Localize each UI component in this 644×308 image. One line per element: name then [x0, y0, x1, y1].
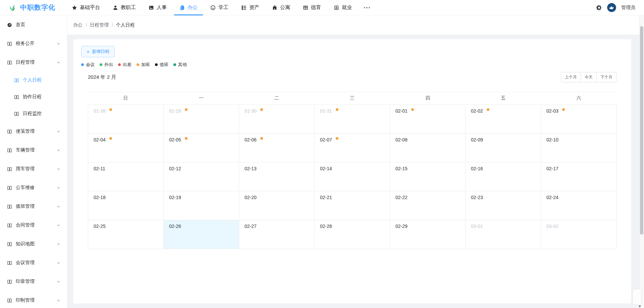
calendar-cell-02-17[interactable]: 02-17	[541, 163, 616, 191]
calendar-cell-02-05[interactable]: 02-05	[164, 134, 239, 163]
username[interactable]: 管理员	[621, 5, 635, 11]
book-icon	[14, 111, 19, 116]
app-root: 中职数字化 基础平台教职工人事办公学工资产公寓德育就业 管理员 首页校务公开日程…	[0, 0, 644, 308]
copy-icon	[179, 5, 185, 10]
breadcrumb-item-个人日程: 个人日程	[116, 22, 135, 28]
more-icon[interactable]	[358, 7, 376, 9]
topnav-item-公寓[interactable]: 公寓	[266, 0, 297, 15]
user-avatar[interactable]	[607, 3, 616, 12]
app-logo[interactable]: 中职数字化	[8, 3, 55, 12]
sidebar-item-会议管理[interactable]: 会议管理	[0, 253, 67, 272]
sidebar-subitem-label: 协作日程	[23, 94, 42, 100]
calendar-cell-02-21[interactable]: 02-21	[315, 191, 390, 220]
calendar-cell-02-25[interactable]: 02-25	[88, 220, 164, 249]
vertical-scrollbar-thumb[interactable]	[640, 26, 643, 235]
calendar-cell-02-11[interactable]: 02-11	[88, 163, 164, 191]
calendar-cell-02-02[interactable]: 02-02	[466, 105, 541, 134]
sidebar-item-便笺管理[interactable]: 便笺管理	[0, 122, 67, 141]
calendar-cell-02-18[interactable]: 02-18	[88, 191, 164, 220]
calendar-cell-02-28[interactable]: 02-28	[315, 220, 390, 249]
sidebar-item-首页[interactable]: 首页	[0, 15, 67, 34]
breadcrumb-item-办公[interactable]: 办公	[73, 22, 83, 28]
sidebar-item-印章管理[interactable]: 印章管理	[0, 272, 67, 291]
calendar-cell-02-03[interactable]: 02-03	[541, 105, 616, 134]
date-label: 02-13	[245, 166, 257, 171]
chevron-down-icon	[57, 224, 60, 227]
sidebar-item-label: 用车管理	[16, 166, 35, 172]
calendar-cell-02-24[interactable]: 02-24	[541, 191, 616, 220]
legend-item-其他: 其他	[173, 62, 187, 68]
calendar-cell-03-01[interactable]: 03-01	[466, 220, 541, 249]
topnav-item-学工[interactable]: 学工	[204, 0, 235, 15]
calendar-cell-01-31[interactable]: 01-31	[315, 105, 390, 134]
calendar-nav-button-上个月[interactable]: 上个月	[561, 72, 581, 82]
calendar-cell-02-16[interactable]: 02-16	[466, 163, 541, 191]
sidebar-item-合同管理[interactable]: 合同管理	[0, 216, 67, 235]
breadcrumb-item-日程管理[interactable]: 日程管理	[90, 22, 109, 28]
calendar-cell-02-20[interactable]: 02-20	[239, 191, 315, 220]
topnav-item-label: 学工	[218, 4, 228, 11]
calendar-cell-02-14[interactable]: 02-14	[315, 163, 390, 191]
sidebar-subitem-日程监控[interactable]: 日程监控	[0, 105, 67, 122]
breadcrumb-bar: 办公/日程管理/个人日程	[67, 15, 644, 35]
calendar-cell-02-26[interactable]: 02-26	[164, 220, 239, 249]
calendar-cell-02-27[interactable]: 02-27	[239, 220, 315, 249]
legend-item-值班: 值班	[155, 62, 168, 68]
calendar-cell-02-07[interactable]: 02-07	[315, 134, 390, 163]
sidebar-item-知识地图[interactable]: 知识地图	[0, 235, 67, 253]
calendar-cell-01-30[interactable]: 01-30	[239, 105, 315, 134]
schedule-dot	[260, 108, 263, 111]
topnav-item-就业[interactable]: 就业	[327, 0, 358, 15]
topnav-item-label: 办公	[187, 4, 198, 11]
calendar-cell-02-19[interactable]: 02-19	[164, 191, 239, 220]
sidebar-item-车辆管理[interactable]: 车辆管理	[0, 141, 67, 160]
calendar-cell-02-22[interactable]: 02-22	[390, 191, 466, 220]
calendar-cell-01-29[interactable]: 01-29	[164, 105, 239, 134]
topnav-item-人事[interactable]: 人事	[142, 0, 173, 15]
book-icon	[7, 41, 12, 46]
weekday-二: 二	[239, 95, 314, 101]
calendar-cell-02-13[interactable]: 02-13	[239, 163, 315, 191]
scroll-down-arrow-icon[interactable]: ▼	[638, 305, 641, 308]
add-schedule-button[interactable]: + 新增日程	[81, 46, 115, 57]
sidebar-item-用车管理[interactable]: 用车管理	[0, 160, 67, 178]
sidebar-item-label: 车辆管理	[16, 147, 35, 153]
topnav-item-教职工[interactable]: 教职工	[106, 0, 142, 15]
calendar-cell-02-12[interactable]: 02-12	[164, 163, 239, 191]
calendar-cell-02-08[interactable]: 02-08	[390, 134, 466, 163]
sidebar-item-印制管理[interactable]: 印制管理	[0, 291, 67, 308]
calendar-cell-02-04[interactable]: 02-04	[88, 134, 164, 163]
topnav-item-办公[interactable]: 办公	[173, 0, 204, 15]
sidebar-item-校务公开[interactable]: 校务公开	[0, 34, 67, 53]
floating-widget[interactable]	[632, 289, 642, 305]
chevron-down-icon	[57, 242, 60, 246]
calendar-nav-button-今天[interactable]: 今天	[581, 72, 597, 82]
calendar-cell-02-23[interactable]: 02-23	[466, 191, 541, 220]
vertical-scrollbar-track[interactable]	[639, 15, 644, 308]
weekday-日: 日	[88, 95, 163, 101]
plus-icon: +	[87, 50, 90, 54]
topnav-item-基础平台[interactable]: 基础平台	[65, 0, 106, 15]
date-label: 02-18	[94, 195, 106, 200]
gear-icon[interactable]	[596, 5, 602, 11]
calendar-cell-02-09[interactable]: 02-09	[466, 134, 541, 163]
calendar-nav-button-下个月[interactable]: 下个月	[596, 72, 616, 82]
sidebar-item-日程管理[interactable]: 日程管理	[0, 53, 67, 72]
calendar-cell-02-06[interactable]: 02-06	[239, 134, 315, 163]
weekday-四: 四	[390, 95, 466, 101]
calendar-cell-03-02[interactable]: 03-02	[541, 220, 616, 249]
calendar-cell-02-01[interactable]: 02-01	[390, 105, 466, 134]
sidebar-item-公车维修[interactable]: 公车维修	[0, 178, 67, 197]
date-label: 01-29	[169, 108, 181, 114]
topnav-item-资产[interactable]: 资产	[235, 0, 266, 15]
sidebar-subitem-个人日程[interactable]: 个人日程	[0, 72, 67, 88]
sidebar-subitem-协作日程[interactable]: 协作日程	[0, 88, 67, 105]
sidebar-item-label: 会议管理	[16, 260, 35, 266]
calendar-cell-02-15[interactable]: 02-15	[390, 163, 466, 191]
calendar-cell-01-28[interactable]: 01-28	[88, 105, 164, 134]
sidebar-item-值班管理[interactable]: 值班管理	[0, 197, 67, 216]
calendar-cell-02-29[interactable]: 02-29	[390, 220, 466, 249]
date-label: 02-07	[320, 137, 332, 142]
calendar-cell-02-10[interactable]: 02-10	[541, 134, 616, 163]
topnav-item-德育[interactable]: 德育	[297, 0, 327, 15]
